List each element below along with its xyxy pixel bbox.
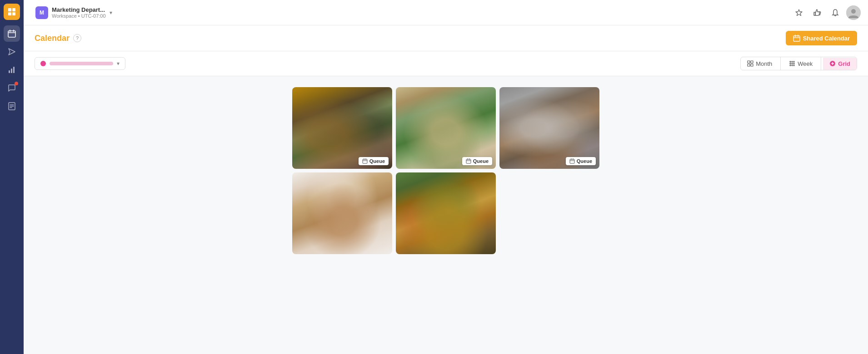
queue-label-2: Queue bbox=[473, 158, 489, 164]
queue-badge-2[interactable]: Queue bbox=[462, 157, 492, 165]
view-week-button[interactable]: Week bbox=[783, 58, 819, 70]
svg-rect-44 bbox=[570, 159, 574, 163]
grid-item-1[interactable]: Queue bbox=[292, 87, 392, 169]
content-header: Calendar ? Shared Calendar bbox=[24, 25, 868, 51]
chevron-down-icon: ▾ bbox=[117, 60, 120, 67]
user-avatar[interactable] bbox=[846, 5, 861, 20]
main-content: M Marketing Depart... Workspace • UTC-07… bbox=[24, 0, 868, 354]
grid-item-5[interactable] bbox=[396, 172, 496, 254]
page-title: Calendar bbox=[35, 34, 70, 43]
grid-item-3[interactable]: Queue bbox=[499, 87, 599, 169]
svg-rect-9 bbox=[9, 70, 10, 73]
sidebar-item-reports[interactable] bbox=[4, 98, 20, 114]
grid-item-2[interactable]: Queue bbox=[396, 87, 496, 169]
view-divider-1 bbox=[780, 57, 781, 70]
svg-rect-1 bbox=[12, 8, 15, 11]
queue-label-1: Queue bbox=[369, 158, 385, 164]
thumbs-button[interactable] bbox=[810, 5, 824, 20]
svg-rect-19 bbox=[793, 36, 800, 41]
topbar: M Marketing Depart... Workspace • UTC-07… bbox=[24, 0, 868, 25]
svg-marker-8 bbox=[9, 49, 15, 55]
svg-point-18 bbox=[851, 9, 856, 14]
shared-calendar-button[interactable]: Shared Calendar bbox=[786, 31, 857, 45]
svg-rect-25 bbox=[748, 64, 750, 66]
content-area: Calendar ? Shared Calendar ▾ bbox=[24, 25, 868, 354]
notifications-button[interactable] bbox=[828, 5, 843, 20]
app-logo[interactable] bbox=[4, 4, 20, 20]
topbar-actions bbox=[792, 5, 861, 20]
workspace-info: Marketing Depart... Workspace • UTC-07:0… bbox=[52, 6, 106, 19]
workspace-name: Marketing Depart... bbox=[52, 6, 106, 13]
profile-selector[interactable]: ▾ bbox=[35, 57, 125, 70]
grid-area: Queue Queue bbox=[24, 76, 868, 354]
month-label: Month bbox=[756, 60, 772, 67]
view-grid-button[interactable]: Grid bbox=[823, 58, 857, 70]
view-divider-2 bbox=[821, 57, 821, 70]
sidebar-item-calendar[interactable] bbox=[4, 25, 20, 42]
feedback-button[interactable] bbox=[792, 5, 806, 20]
view-month-button[interactable]: Month bbox=[741, 58, 778, 70]
svg-rect-2 bbox=[8, 12, 11, 15]
svg-rect-10 bbox=[11, 69, 12, 73]
sidebar-item-messages[interactable] bbox=[4, 80, 20, 96]
queue-badge-1[interactable]: Queue bbox=[359, 157, 389, 165]
svg-rect-0 bbox=[8, 8, 11, 11]
sidebar-item-analytics[interactable] bbox=[4, 62, 20, 78]
workspace-sub: Workspace • UTC-07:00 bbox=[52, 13, 106, 19]
svg-rect-40 bbox=[466, 159, 471, 163]
help-icon[interactable]: ? bbox=[73, 34, 81, 42]
svg-rect-23 bbox=[748, 61, 750, 63]
profile-bar bbox=[50, 62, 113, 65]
workspace-initial: M bbox=[40, 10, 44, 16]
svg-rect-3 bbox=[12, 12, 15, 15]
svg-rect-24 bbox=[751, 61, 753, 63]
grid-item-4[interactable] bbox=[292, 172, 392, 254]
view-toggle: Month Week bbox=[740, 57, 857, 70]
profile-dot bbox=[40, 61, 46, 66]
week-label: Week bbox=[798, 60, 813, 67]
sidebar bbox=[0, 0, 24, 354]
sidebar-item-send[interactable] bbox=[4, 44, 20, 60]
queue-badge-3[interactable]: Queue bbox=[566, 157, 596, 165]
grid-label: Grid bbox=[838, 60, 850, 67]
svg-rect-11 bbox=[13, 67, 15, 73]
workspace-selector[interactable]: M Marketing Depart... Workspace • UTC-07… bbox=[31, 4, 117, 22]
svg-rect-4 bbox=[8, 31, 15, 37]
messages-badge bbox=[15, 82, 18, 85]
shared-calendar-label: Shared Calendar bbox=[803, 35, 850, 42]
page-title-area: Calendar ? bbox=[35, 34, 81, 43]
chevron-down-icon: ▾ bbox=[110, 10, 112, 16]
svg-rect-26 bbox=[751, 64, 753, 66]
svg-rect-16 bbox=[814, 12, 815, 15]
toolbar: ▾ Month bbox=[24, 51, 868, 76]
queue-label-3: Queue bbox=[577, 158, 592, 164]
workspace-avatar: M bbox=[35, 6, 48, 19]
svg-rect-36 bbox=[363, 159, 367, 163]
image-grid: Queue Queue bbox=[292, 87, 599, 254]
